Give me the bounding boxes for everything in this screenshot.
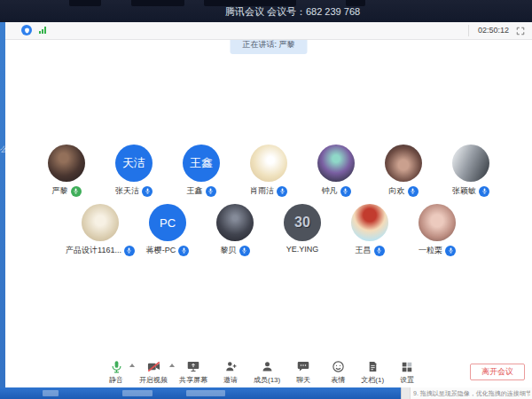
mic-icon (445, 246, 456, 256)
participant-tile[interactable]: 王昌 (344, 204, 396, 256)
participant-name: 王鑫 (187, 185, 203, 197)
participant-tile[interactable]: 30 YE.YING (277, 204, 329, 256)
mic-icon (178, 246, 189, 256)
participant-tile[interactable]: 肖雨洁 (243, 145, 295, 197)
avatar: 天洁 (115, 145, 153, 182)
participant-tile[interactable]: 产品设计1161... (74, 204, 127, 256)
mic-icon (479, 186, 489, 197)
leave-meeting-button[interactable]: 离开会议 (470, 364, 525, 380)
participant-tile[interactable]: PC 蒋樱-PC (142, 204, 194, 256)
mic-icon (374, 246, 385, 256)
scrollbar[interactable] (401, 387, 411, 399)
participant-row-1: 严黎 天洁 张天洁 王鑫 王鑫 肖雨洁 钟凡 向欢 (5, 145, 532, 197)
os-taskbar[interactable] (0, 387, 401, 399)
security-shield-icon[interactable] (21, 25, 32, 35)
avatar (419, 204, 456, 241)
avatar (385, 145, 422, 182)
participant-name: 产品设计1161... (66, 245, 121, 256)
avatar: 王鑫 (183, 145, 220, 182)
participant-tile[interactable]: 张颖敏 (445, 145, 497, 197)
mic-active-icon (71, 186, 82, 197)
participant-tile[interactable]: 王鑫 王鑫 (176, 145, 228, 197)
background-document-text: 9. 拖拽以呈现景隐像，优化拖拽的连接细节 (413, 387, 530, 399)
start-video-button[interactable]: 开启视频 (139, 359, 168, 385)
share-screen-icon (186, 359, 200, 374)
emoji-smiley-icon (332, 359, 345, 374)
participant-name: YE.YING (286, 245, 319, 254)
mic-icon (340, 186, 351, 197)
fullscreen-icon[interactable] (516, 23, 525, 39)
settings-button[interactable]: 设置 (395, 359, 419, 385)
background-document: 9. 拖拽以呈现景隐像，优化拖拽的连接细节 (401, 387, 532, 399)
participant-tile[interactable]: 天洁 张天洁 (108, 145, 160, 197)
members-button[interactable]: 成员(13) (254, 359, 280, 385)
participant-name: 肖雨洁 (250, 185, 274, 197)
avatar (216, 204, 254, 241)
mic-icon (110, 359, 123, 374)
document-icon (367, 359, 379, 374)
chat-bubble-icon (296, 359, 310, 374)
avatar: PC (149, 204, 186, 241)
chat-button[interactable]: 聊天 (292, 359, 315, 385)
participant-name: 向欢 (389, 185, 405, 197)
participant-name: 王昌 (356, 245, 372, 256)
avatar (250, 145, 287, 182)
background-tab (69, 0, 101, 6)
avatar: 30 (284, 204, 321, 241)
mic-icon (277, 186, 287, 197)
avatar (82, 204, 119, 241)
participant-name: 蒋樱-PC (146, 245, 176, 256)
participant-name: 黎贝 (221, 245, 237, 256)
participant-name: 张天洁 (115, 185, 139, 197)
mute-options-caret[interactable] (129, 364, 135, 367)
mute-button[interactable]: 静音 (105, 359, 128, 385)
invite-person-icon (224, 359, 238, 374)
meeting-stage: 正在讲话: 严黎 严黎 天洁 张天洁 王鑫 王鑫 肖雨洁 钟凡 (5, 40, 532, 387)
emoji-button[interactable]: 表情 (326, 359, 349, 385)
window-title: 腾讯会议 会议号：682 239 768 (225, 5, 360, 19)
status-bar: 02:50:12 (5, 22, 532, 40)
participant-name: 张颖敏 (452, 185, 476, 197)
mic-icon (142, 186, 153, 197)
participant-tile[interactable]: 黎贝 (209, 204, 262, 256)
mic-icon (206, 186, 216, 197)
mic-icon (408, 186, 419, 197)
avatar (317, 145, 355, 182)
share-screen-button[interactable]: 共享屏幕 (179, 359, 207, 385)
avatar (452, 145, 489, 182)
taskbar-item[interactable] (186, 390, 225, 396)
video-options-caret[interactable] (169, 364, 175, 367)
participant-tile[interactable]: 严黎 (41, 145, 93, 197)
mic-icon (124, 246, 135, 256)
participant-name: 钟凡 (322, 185, 338, 197)
participant-name: 一粒栗 (419, 245, 442, 256)
avatar (351, 204, 388, 241)
taskbar-item[interactable] (122, 390, 153, 396)
background-tab (131, 0, 184, 6)
settings-grid-icon (401, 359, 413, 374)
participant-tile[interactable]: 向欢 (378, 145, 430, 197)
camera-off-icon (146, 359, 161, 374)
meeting-window: 么 腾讯会议 会议号：682 239 768 02:50:12 正在讲话: 严黎 (0, 0, 532, 399)
mic-icon (239, 246, 250, 256)
title-bar: 腾讯会议 会议号：682 239 768 (0, 0, 532, 22)
network-signal-icon[interactable] (39, 27, 46, 34)
taskbar-item[interactable] (43, 390, 59, 396)
documents-button[interactable]: 文档(1) (361, 359, 384, 385)
members-icon (261, 359, 274, 374)
meeting-timer: 02:50:12 (468, 25, 509, 36)
participant-tile[interactable]: 钟凡 (310, 145, 363, 197)
participant-row-2: 产品设计1161... PC 蒋樱-PC 黎贝 30 YE.YING 王昌 一粒… (5, 204, 532, 256)
invite-button[interactable]: 邀请 (219, 359, 242, 385)
avatar (48, 145, 85, 182)
control-toolbar: 静音 开启视频 共享屏幕 邀请 (5, 357, 532, 387)
participant-name: 严黎 (52, 185, 68, 197)
participant-tile[interactable]: 一粒栗 (411, 204, 464, 256)
